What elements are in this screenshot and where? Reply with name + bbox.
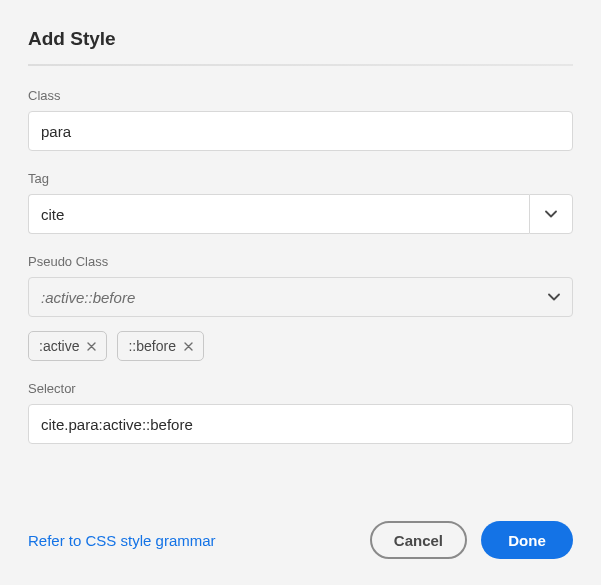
cancel-button[interactable]: Cancel bbox=[370, 521, 467, 559]
help-link[interactable]: Refer to CSS style grammar bbox=[28, 532, 216, 549]
pseudo-class-value: :active::before bbox=[41, 289, 135, 306]
tag-input[interactable] bbox=[28, 194, 529, 234]
class-input[interactable] bbox=[28, 111, 573, 151]
close-icon bbox=[184, 342, 193, 351]
chip-remove-button[interactable] bbox=[87, 342, 96, 351]
pseudo-class-dropdown[interactable]: :active::before bbox=[28, 277, 573, 317]
pseudo-chip: :active bbox=[28, 331, 107, 361]
chip-label: :active bbox=[39, 338, 79, 354]
tag-dropdown-button[interactable] bbox=[529, 194, 573, 234]
chip-label: ::before bbox=[128, 338, 175, 354]
chip-remove-button[interactable] bbox=[184, 342, 193, 351]
pseudo-chip: ::before bbox=[117, 331, 203, 361]
done-button[interactable]: Done bbox=[481, 521, 573, 559]
pseudo-class-label: Pseudo Class bbox=[28, 254, 573, 269]
chevron-down-icon bbox=[545, 210, 557, 218]
class-label: Class bbox=[28, 88, 573, 103]
divider bbox=[28, 64, 573, 66]
close-icon bbox=[87, 342, 96, 351]
tag-label: Tag bbox=[28, 171, 573, 186]
selector-input[interactable] bbox=[28, 404, 573, 444]
chevron-down-icon bbox=[548, 293, 560, 301]
dialog-title: Add Style bbox=[28, 28, 573, 50]
selector-label: Selector bbox=[28, 381, 573, 396]
